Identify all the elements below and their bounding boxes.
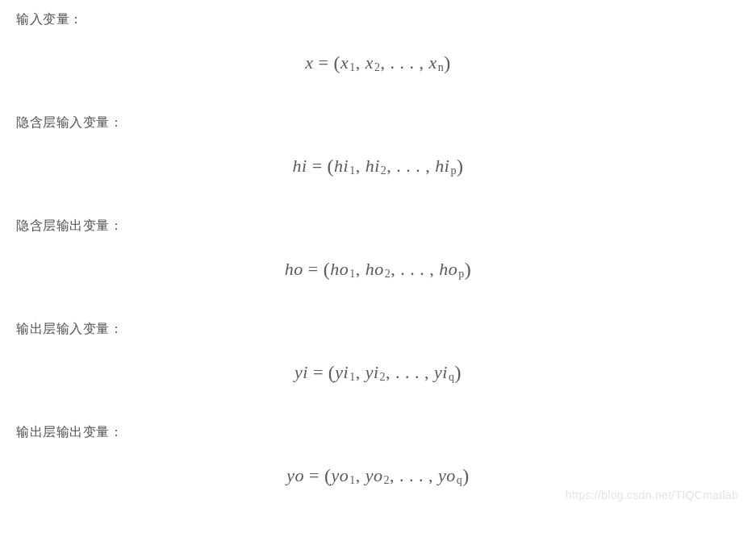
comma3: , [425, 156, 435, 176]
formula-hidden-input: hi = (hi1, hi2, . . . , hip) [16, 156, 740, 177]
equals: = [307, 156, 328, 176]
comma1: , [356, 465, 365, 485]
label-input-var: 输入变量： [16, 11, 740, 28]
comma1: , [356, 156, 365, 176]
term2-base: yo [365, 465, 383, 485]
paren-close: ) [457, 156, 464, 177]
termn-base: ho [439, 259, 457, 279]
term1-sub: 1 [349, 268, 356, 280]
lhs: yo [286, 465, 304, 485]
term1-base: x [340, 52, 349, 73]
formula-output-output: yo = (yo1, yo2, . . . , yoq) [16, 465, 740, 487]
formula-hidden-output: ho = (ho1, ho2, . . . , hop) [16, 259, 740, 281]
equals: = [308, 362, 328, 382]
termn-base: x [428, 52, 436, 73]
termn-sub: p [457, 268, 465, 280]
termn-base: yo [438, 465, 456, 485]
term1-sub: 1 [349, 474, 356, 486]
termn-base: yi [434, 362, 448, 382]
section-input-var: 输入变量： x = (x1, x2, . . . , xn) [16, 11, 740, 74]
lhs: x [305, 52, 313, 73]
dots: . . . [400, 259, 429, 279]
watermark-text: https://blog.csdn.net/TIQCmatlab [566, 489, 738, 501]
dots: . . . [390, 52, 419, 73]
paren-close: ) [465, 259, 472, 280]
section-output-input: 输出层输入变量： yi = (yi1, yi2, . . . , yiq) [16, 321, 740, 384]
comma2: , [391, 259, 400, 279]
comma3: , [429, 259, 439, 279]
comma3: , [428, 465, 438, 485]
termn-base: hi [435, 156, 449, 176]
paren-close: ) [444, 52, 451, 73]
section-hidden-output: 隐含层输出变量： ho = (ho1, ho2, . . . , hop) [16, 218, 740, 281]
lhs: yi [294, 362, 308, 382]
comma3: , [419, 52, 428, 73]
section-output-output: 输出层输出变量： yo = (yo1, yo2, . . . , yoq) [16, 424, 740, 487]
paren-close: ) [462, 465, 470, 486]
comma2: , [390, 465, 399, 485]
term2-base: x [365, 52, 374, 73]
lhs: ho [285, 259, 303, 279]
term1-sub: 1 [349, 371, 356, 383]
comma3: , [424, 362, 434, 382]
paren-open: ( [324, 259, 331, 280]
comma1: , [356, 362, 365, 382]
label-hidden-output: 隐含层输出变量： [16, 218, 740, 235]
term2-sub: 2 [379, 371, 386, 383]
comma1: , [356, 52, 365, 73]
termn-sub: n [437, 61, 445, 73]
termn-sub: q [456, 474, 463, 486]
term1-base: yo [331, 465, 349, 485]
label-output-input: 输出层输入变量： [16, 321, 740, 338]
dots: . . . [395, 362, 424, 382]
comma2: , [380, 52, 390, 73]
label-hidden-input: 隐含层输入变量： [16, 114, 740, 131]
formula-output-input: yi = (yi1, yi2, . . . , yiq) [16, 362, 740, 384]
equals: = [304, 465, 324, 485]
term1-base: yi [335, 362, 349, 382]
formula-input-var: x = (x1, x2, . . . , xn) [16, 52, 740, 74]
comma2: , [386, 362, 395, 382]
term2-base: ho [365, 259, 384, 279]
paren-close: ) [454, 362, 462, 383]
lhs: hi [293, 156, 307, 176]
equals: = [314, 52, 334, 73]
section-hidden-input: 隐含层输入变量： hi = (hi1, hi2, . . . , hip) [16, 114, 740, 177]
term1-base: hi [334, 156, 349, 176]
dots: . . . [399, 465, 428, 485]
term2-base: hi [365, 156, 380, 176]
term2-sub: 2 [382, 474, 390, 486]
term1-sub: 1 [349, 61, 356, 73]
equals: = [303, 259, 324, 279]
dots: . . . [396, 156, 425, 176]
term1-base: ho [330, 259, 349, 279]
comma1: , [356, 259, 365, 279]
paren-open: ( [333, 52, 340, 73]
termn-sub: p [449, 164, 457, 177]
term1-sub: 1 [349, 164, 356, 177]
label-output-output: 输出层输出变量： [16, 424, 740, 441]
comma2: , [386, 156, 396, 176]
term2-sub: 2 [384, 268, 391, 280]
paren-open: ( [328, 156, 335, 177]
term2-base: yi [365, 362, 379, 382]
